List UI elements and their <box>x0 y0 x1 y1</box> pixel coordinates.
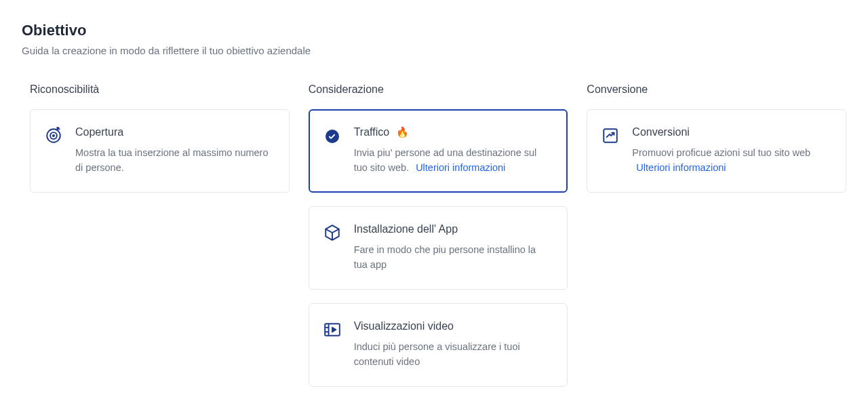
column-consideration: Considerazione Traffico 🔥 Invia piu' per… <box>309 83 568 400</box>
selected-check-icon <box>323 126 342 145</box>
objective-columns: Riconoscibilità Copertura Mostra la tua … <box>22 83 846 400</box>
card-body: Traffico 🔥 Invia piu' persone ad una des… <box>354 126 551 176</box>
column-awareness: Riconoscibilità Copertura Mostra la tua … <box>30 83 290 400</box>
page-subtitle: Guida la creazione in modo da riflettere… <box>22 45 846 56</box>
learn-more-link[interactable]: Ulteriori informazioni <box>636 162 726 173</box>
card-reach[interactable]: Copertura Mostra la tua inserzione al ma… <box>30 109 290 193</box>
page-header: Obiettivo Guida la creazione in modo da … <box>22 22 846 56</box>
card-conversions[interactable]: Conversioni Promuovi proficue azioni sul… <box>587 109 846 193</box>
card-title: Conversioni <box>632 126 689 138</box>
card-title: Visualizzazioni video <box>354 320 454 332</box>
svg-marker-7 <box>332 328 336 332</box>
card-video-views[interactable]: Visualizzazioni video Induci più persone… <box>309 303 568 387</box>
card-traffic[interactable]: Traffico 🔥 Invia piu' persone ad una des… <box>309 109 568 193</box>
card-title: Traffico <box>354 126 389 138</box>
card-body: Conversioni Promuovi proficue azioni sul… <box>632 126 829 176</box>
card-desc: Mostra la tua inserzione al massimo nume… <box>75 145 273 176</box>
card-desc: Promuovi proficue azioni sul tuo sito we… <box>632 145 829 176</box>
card-desc: Fare in modo che piu persone installino … <box>354 242 551 273</box>
card-body: Visualizzazioni video Induci più persone… <box>354 320 551 370</box>
card-title: Installazione dell' App <box>354 223 458 235</box>
video-icon <box>323 320 342 339</box>
card-app-install[interactable]: Installazione dell' App Fare in modo che… <box>309 206 568 290</box>
column-heading-consideration: Considerazione <box>309 83 568 96</box>
card-desc: Induci più persone a visualizzare i tuoi… <box>354 339 551 370</box>
column-heading-conversion: Conversione <box>587 83 846 96</box>
card-title: Copertura <box>75 126 123 138</box>
svg-point-2 <box>53 135 54 136</box>
page-title: Obiettivo <box>22 22 846 39</box>
cube-icon <box>323 223 342 242</box>
target-icon <box>44 126 63 145</box>
card-body: Copertura Mostra la tua inserzione al ma… <box>75 126 273 176</box>
fire-icon: 🔥 <box>396 126 409 138</box>
chart-arrow-icon <box>601 126 620 145</box>
card-body: Installazione dell' App Fare in modo che… <box>354 223 551 273</box>
learn-more-link[interactable]: Ulteriori informazioni <box>416 162 505 173</box>
card-desc: Invia piu' persone ad una destinazione s… <box>354 145 551 176</box>
column-heading-awareness: Riconoscibilità <box>30 83 290 96</box>
column-conversion: Conversione Conversioni Promuovi proficu… <box>587 83 846 400</box>
